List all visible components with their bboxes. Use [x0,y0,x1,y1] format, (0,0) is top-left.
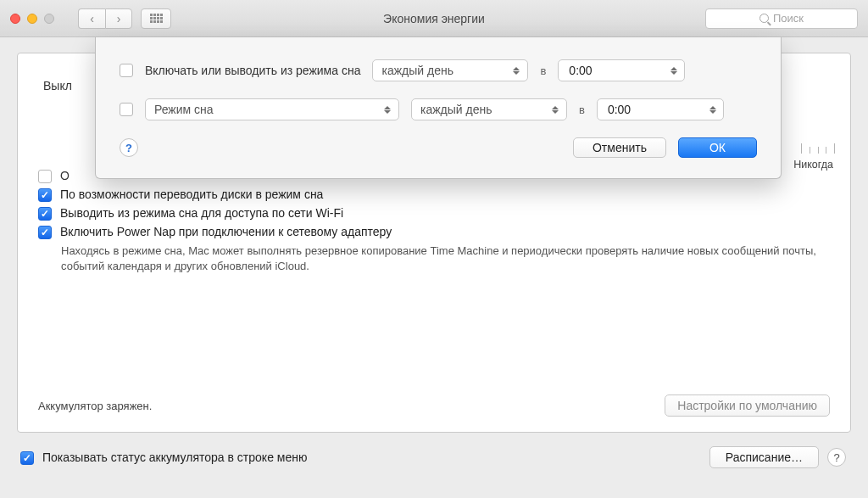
restore-defaults-button[interactable]: Настройки по умолчанию [665,394,830,417]
wake-time-value: 0:00 [569,64,592,77]
footer: Показывать статус аккумулятора в строке … [17,433,851,468]
sheet-footer: ? Отменить ОК [120,137,757,158]
stepper-icon [666,62,682,79]
option3-label: Включить Power Nap при подключении к сет… [60,225,392,238]
option2-checkbox[interactable] [38,207,52,221]
grid-icon [150,14,163,23]
wake-checkbox[interactable] [120,64,133,77]
sleep-time-value: 0:00 [608,103,631,116]
wake-time-field[interactable]: 0:00 [558,59,685,81]
sheet-help-button[interactable]: ? [120,138,138,157]
search-icon [760,14,769,23]
sheet-actions: Отменить ОК [573,137,757,158]
show-battery-label: Показывать статус аккумулятора в строке … [42,450,307,464]
option1-checkbox[interactable] [38,188,52,202]
wake-day-value: каждый день [381,64,453,77]
sleep-checkbox[interactable] [120,103,133,116]
maximize-icon[interactable] [44,14,54,24]
option0-checkbox[interactable] [38,170,52,183]
close-icon[interactable] [10,14,20,24]
sleep-time-field[interactable]: 0:00 [597,98,724,120]
schedule-button[interactable]: Расписание… [709,446,819,468]
option3-note: Находясь в режиме сна, Mac может выполня… [61,243,830,274]
wake-label: Включать или выводить из режима сна [145,64,360,77]
window: ‹ › Экономия энергии Поиск Выкл Никогда [0,0,868,498]
cancel-button[interactable]: Отменить [573,137,666,158]
help-icon: ? [125,142,132,154]
sleep-at-label: в [579,104,585,116]
search-placeholder: Поиск [773,12,804,25]
wake-at-label: в [540,64,546,77]
show-battery-checkbox[interactable] [20,451,34,465]
chevron-left-icon: ‹ [90,12,94,25]
never-label: Никогда [793,159,833,171]
nav-group: ‹ › [78,8,132,29]
sleep-mode-value: Режим сна [154,103,214,116]
sleep-mode-select[interactable]: Режим сна [145,98,399,120]
minimize-icon[interactable] [27,14,37,24]
back-button[interactable]: ‹ [78,8,105,29]
show-all-button[interactable] [141,8,171,29]
panel-footer: Аккумулятор заряжен. Настройки по умолча… [38,394,830,417]
chevron-updown-icon [380,101,395,118]
sheet-row-wake: Включать или выводить из режима сна кажд… [120,59,757,81]
option1-label: По возможности переводить диски в режим … [60,187,323,201]
sleep-day-select[interactable]: каждый день [411,98,567,120]
battery-status: Аккумулятор заряжен. [38,400,152,412]
sleep-day-value: каждый день [420,103,492,116]
option3-checkbox[interactable] [38,226,52,239]
sheet-row-sleep: Режим сна каждый день в 0:00 [120,98,757,120]
chevron-updown-icon [509,62,524,79]
forward-button[interactable]: › [105,8,132,29]
stepper-icon [705,101,721,118]
help-button[interactable]: ? [827,448,846,467]
ok-button[interactable]: ОК [678,137,757,158]
search-input[interactable]: Поиск [705,8,858,29]
slider-ticks [801,138,835,154]
option0-label: О [60,169,70,182]
wake-day-select[interactable]: каждый день [372,59,528,81]
option2-label: Выводить из режима сна для доступа по се… [60,206,343,220]
schedule-sheet: Включать или выводить из режима сна кажд… [95,37,782,179]
chevron-updown-icon [548,101,563,118]
traffic-lights [10,14,54,24]
footer-right: Расписание… ? [709,446,846,468]
help-icon: ? [833,451,839,464]
chevron-right-icon: › [117,12,121,25]
titlebar: ‹ › Экономия энергии Поиск [0,0,868,37]
